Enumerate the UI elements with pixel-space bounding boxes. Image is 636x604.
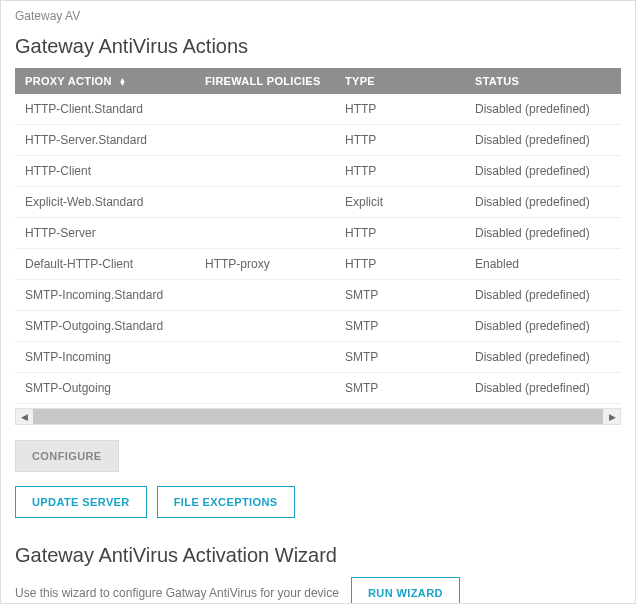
cell-proxy-action: HTTP-Client.Standard	[15, 94, 195, 125]
table-row[interactable]: HTTP-Client.StandardHTTPDisabled (predef…	[15, 94, 621, 125]
cell-firewall-policies	[195, 373, 335, 404]
cell-type: HTTP	[335, 218, 465, 249]
cell-proxy-action: SMTP-Outgoing	[15, 373, 195, 404]
cell-type: SMTP	[335, 342, 465, 373]
file-exceptions-button[interactable]: FILE EXCEPTIONS	[157, 486, 295, 518]
run-wizard-button[interactable]: RUN WIZARD	[351, 577, 460, 604]
cell-firewall-policies	[195, 342, 335, 373]
table-row[interactable]: HTTP-ServerHTTPDisabled (predefined)	[15, 218, 621, 249]
table-row[interactable]: HTTP-Server.StandardHTTPDisabled (predef…	[15, 125, 621, 156]
cell-type: HTTP	[335, 125, 465, 156]
cell-firewall-policies	[195, 187, 335, 218]
cell-firewall-policies	[195, 125, 335, 156]
actions-table: PROXY ACTION ▲▼ FIREWALL POLICIES TYPE S…	[15, 68, 621, 408]
cell-status: Disabled (predefined)	[465, 280, 621, 311]
secondary-button-row: UPDATE SERVER FILE EXCEPTIONS	[15, 486, 621, 518]
cell-firewall-policies	[195, 218, 335, 249]
activation-wizard-section: Gateway AntiVirus Activation Wizard Use …	[15, 544, 621, 604]
cell-type: SMTP	[335, 280, 465, 311]
cell-firewall-policies	[195, 311, 335, 342]
col-header-proxy-action-label: PROXY ACTION	[25, 75, 112, 87]
cell-type: SMTP	[335, 373, 465, 404]
table-header-row: PROXY ACTION ▲▼ FIREWALL POLICIES TYPE S…	[15, 68, 621, 94]
cell-firewall-policies	[195, 94, 335, 125]
cell-status: Disabled (predefined)	[465, 218, 621, 249]
cell-type: HTTP	[335, 156, 465, 187]
cell-firewall-policies	[195, 280, 335, 311]
col-header-firewall-policies[interactable]: FIREWALL POLICIES	[195, 68, 335, 94]
cell-status: Disabled (predefined)	[465, 373, 621, 404]
wizard-title: Gateway AntiVirus Activation Wizard	[15, 544, 621, 567]
cell-status: Disabled (predefined)	[465, 156, 621, 187]
table-row[interactable]: Default-HTTP-ClientHTTP-proxyHTTPEnabled	[15, 249, 621, 280]
table-row[interactable]: SMTP-Incoming.StandardSMTPDisabled (pred…	[15, 280, 621, 311]
cell-type: HTTP	[335, 249, 465, 280]
configure-button[interactable]: CONFIGURE	[15, 440, 119, 472]
table-row[interactable]: SMTP-IncomingSMTPDisabled (predefined)	[15, 342, 621, 373]
cell-proxy-action: SMTP-Incoming	[15, 342, 195, 373]
cell-proxy-action: Explicit-Web.Standard	[15, 187, 195, 218]
table-row[interactable]: HTTP-ClientHTTPDisabled (predefined)	[15, 156, 621, 187]
actions-table-container: PROXY ACTION ▲▼ FIREWALL POLICIES TYPE S…	[15, 68, 621, 426]
cell-firewall-policies	[195, 156, 335, 187]
cell-proxy-action: HTTP-Client	[15, 156, 195, 187]
cell-type: HTTP	[335, 94, 465, 125]
cell-status: Disabled (predefined)	[465, 125, 621, 156]
cell-proxy-action: HTTP-Server	[15, 218, 195, 249]
cell-status: Disabled (predefined)	[465, 342, 621, 373]
section-title: Gateway AntiVirus Actions	[15, 35, 621, 58]
col-header-type[interactable]: TYPE	[335, 68, 465, 94]
scroll-right-icon[interactable]: ▶	[604, 409, 620, 424]
scroll-left-icon[interactable]: ◀	[16, 409, 32, 424]
cell-firewall-policies: HTTP-proxy	[195, 249, 335, 280]
cell-proxy-action: Default-HTTP-Client	[15, 249, 195, 280]
table-row[interactable]: SMTP-OutgoingSMTPDisabled (predefined)	[15, 373, 621, 404]
cell-proxy-action: SMTP-Incoming.Standard	[15, 280, 195, 311]
cell-status: Disabled (predefined)	[465, 94, 621, 125]
sort-icon[interactable]: ▲▼	[119, 78, 126, 86]
cell-proxy-action: SMTP-Outgoing.Standard	[15, 311, 195, 342]
update-server-button[interactable]: UPDATE SERVER	[15, 486, 147, 518]
configure-button-row: CONFIGURE	[15, 440, 621, 472]
cell-type: Explicit	[335, 187, 465, 218]
cell-status: Enabled	[465, 249, 621, 280]
scrollbar-thumb[interactable]	[33, 409, 603, 424]
cell-status: Disabled (predefined)	[465, 311, 621, 342]
table-vertical-scroll[interactable]: PROXY ACTION ▲▼ FIREWALL POLICIES TYPE S…	[15, 68, 621, 408]
breadcrumb: Gateway AV	[15, 9, 621, 23]
col-header-status[interactable]: STATUS	[465, 68, 621, 94]
cell-type: SMTP	[335, 311, 465, 342]
table-body: HTTP-Client.StandardHTTPDisabled (predef…	[15, 94, 621, 408]
cell-status: Disabled (predefined)	[465, 187, 621, 218]
table-row[interactable]: SMTP-Outgoing.StandardSMTPDisabled (pred…	[15, 311, 621, 342]
cell-proxy-action: HTTP-Server.Standard	[15, 125, 195, 156]
table-row[interactable]: Explicit-Web.StandardExplicitDisabled (p…	[15, 187, 621, 218]
col-header-proxy-action[interactable]: PROXY ACTION ▲▼	[15, 68, 195, 94]
horizontal-scrollbar[interactable]: ◀ ▶	[15, 408, 621, 425]
wizard-description: Use this wizard to configure Gatway Anti…	[15, 586, 339, 600]
